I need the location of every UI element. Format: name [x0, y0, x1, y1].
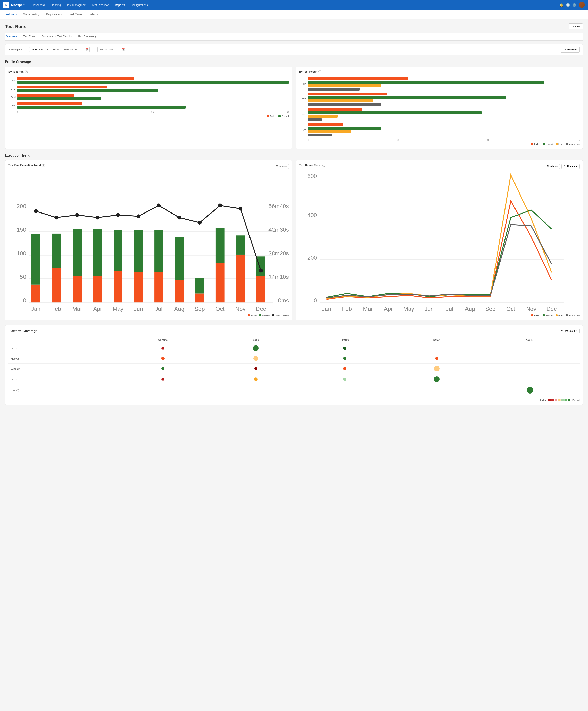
- svg-rect-24: [114, 230, 122, 271]
- na-row-info[interactable]: i: [16, 389, 19, 392]
- failed-legend-dot-r: [531, 143, 533, 145]
- svg-rect-23: [114, 271, 122, 302]
- svg-rect-33: [216, 263, 225, 303]
- bell-icon[interactable]: 🔔: [560, 3, 564, 7]
- svg-rect-17: [52, 268, 61, 303]
- platform-info[interactable]: i: [39, 329, 42, 332]
- settings-icon[interactable]: ⚙️: [572, 3, 576, 7]
- all-results-button[interactable]: All Results ▾: [562, 164, 580, 169]
- error-label-rt: Error: [558, 314, 563, 317]
- table-row: Linux: [8, 343, 580, 354]
- test-run-trend-legend: Failed Passed Total Duration: [8, 314, 289, 317]
- legend-failed-rt: Failed: [531, 314, 540, 317]
- svg-rect-34: [216, 228, 225, 263]
- legend-passed-rt: Passed: [543, 314, 553, 317]
- svg-text:Jan: Jan: [31, 306, 40, 312]
- monthly-button-run[interactable]: Monthly ▾: [274, 164, 289, 169]
- failed-legend-label-r: Failed: [534, 143, 540, 145]
- from-date-input[interactable]: [61, 47, 90, 52]
- test-result-trend-info[interactable]: i: [322, 164, 325, 167]
- table-row: STG: [8, 86, 289, 92]
- passed-bar-stg: [17, 89, 158, 92]
- inner-tab-overview[interactable]: Overview: [5, 33, 18, 40]
- x-axis: 0 20 40: [8, 110, 289, 113]
- col-os: [8, 337, 110, 343]
- nav-configurations[interactable]: Configurations: [128, 3, 150, 7]
- all-results-chevron: ▾: [576, 165, 578, 168]
- table-row: Prod: [8, 94, 289, 100]
- failed-dot-rt: [531, 315, 533, 317]
- svg-text:Sep: Sep: [195, 306, 205, 312]
- passed-dot-trend: [259, 315, 261, 317]
- incomplete-legend-dot: [566, 143, 568, 145]
- bar-group-prod: [17, 94, 289, 100]
- by-test-result-button[interactable]: By Test Result ▾: [558, 328, 580, 333]
- to-date-input[interactable]: [97, 47, 126, 52]
- execution-trend-title: Execution Trend: [5, 154, 583, 157]
- duration-dot-trend: [272, 315, 274, 317]
- nav-planning[interactable]: Planning: [48, 3, 64, 7]
- legend-incomplete-rt: Incomplete: [566, 314, 580, 317]
- gradient-dot-3: [555, 398, 557, 402]
- table-row: N/A i: [8, 385, 580, 396]
- tab-defects[interactable]: Defects: [88, 10, 98, 19]
- coverage-dot: [253, 345, 259, 351]
- test-run-trend-header: Test Run Execution Trend i Monthly ▾: [8, 164, 289, 169]
- failed-legend-dot: [267, 115, 269, 117]
- nav-test-execution[interactable]: Test Execution: [89, 3, 112, 7]
- inner-tab-summary[interactable]: Summary by Test Results: [41, 33, 72, 40]
- by-test-run-info[interactable]: i: [25, 70, 28, 73]
- table-row: N/A: [8, 102, 289, 109]
- na-info[interactable]: i: [531, 339, 534, 341]
- failed-bar-na: [17, 102, 82, 105]
- svg-rect-21: [93, 276, 102, 302]
- nav-test-management[interactable]: Test Managment: [64, 3, 89, 7]
- coverage-dot: [343, 367, 346, 370]
- coverage-dot: [434, 376, 439, 382]
- by-test-run-title: By Test Run i: [8, 70, 289, 73]
- refresh-button[interactable]: ↻ Refresh: [561, 47, 580, 52]
- bar-label-prod-r: Prod: [299, 113, 306, 116]
- default-button[interactable]: Default: [569, 23, 583, 29]
- profile-select[interactable]: All Profiles: [29, 47, 50, 52]
- error-bar-stg-r: [308, 100, 373, 102]
- brand-chevron[interactable]: ▾: [23, 4, 24, 6]
- tab-test-runs[interactable]: Test Runs: [4, 10, 18, 19]
- failed-label-rt: Failed: [534, 314, 540, 317]
- incomplete-label-rt: Incomplete: [569, 314, 580, 317]
- inner-tab-run-frequency[interactable]: Run Frequency: [77, 33, 97, 40]
- passed-label-rt: Passed: [545, 314, 553, 317]
- safari-windows: [393, 364, 480, 374]
- passed-legend-dot: [278, 115, 280, 117]
- svg-text:Oct: Oct: [216, 306, 225, 312]
- inner-tab-test-runs[interactable]: Test Runs: [22, 33, 36, 40]
- top-navigation: K TestOps ▾ Dashboard Planning Test Mana…: [0, 0, 588, 10]
- svg-text:Mar: Mar: [363, 306, 373, 312]
- legend-error-rt: Error: [556, 314, 563, 317]
- os-linux-2: Linux: [8, 374, 110, 385]
- history-icon[interactable]: 🕐: [566, 3, 570, 7]
- test-run-trend-info[interactable]: i: [42, 164, 45, 167]
- monthly-button-result[interactable]: Monthly ▾: [545, 164, 560, 169]
- failed-bar-qa: [17, 77, 134, 80]
- incomplete-bar-stg-r: [308, 103, 381, 106]
- coverage-dot: [161, 378, 164, 381]
- na-na: [480, 385, 580, 396]
- by-test-result-info[interactable]: i: [318, 70, 321, 73]
- test-result-trend-legend: Failed Passed Error Incomplete: [299, 314, 580, 317]
- tab-test-cases[interactable]: Test Cases: [68, 10, 83, 19]
- svg-rect-26: [134, 230, 143, 272]
- tab-requirements[interactable]: Requirements: [45, 10, 64, 19]
- nav-reports[interactable]: Reports: [113, 3, 128, 7]
- gradient-dot-7: [568, 398, 570, 402]
- tab-visual-testing[interactable]: Visual Testing: [22, 10, 40, 19]
- table-row: Mac OS: [8, 354, 580, 364]
- avatar[interactable]: [579, 2, 585, 8]
- incomplete-dot-rt: [566, 315, 568, 317]
- platform-table: Chrome Edge Firefox Safari N/A i Linux: [8, 337, 580, 396]
- platform-coverage-header: Platform Coverage i By Test Result ▾: [8, 328, 580, 333]
- svg-rect-15: [31, 285, 40, 302]
- failed-bar-stg-r: [308, 92, 387, 95]
- nav-dashboard[interactable]: Dashboard: [29, 3, 47, 7]
- app-logo[interactable]: K: [3, 2, 9, 8]
